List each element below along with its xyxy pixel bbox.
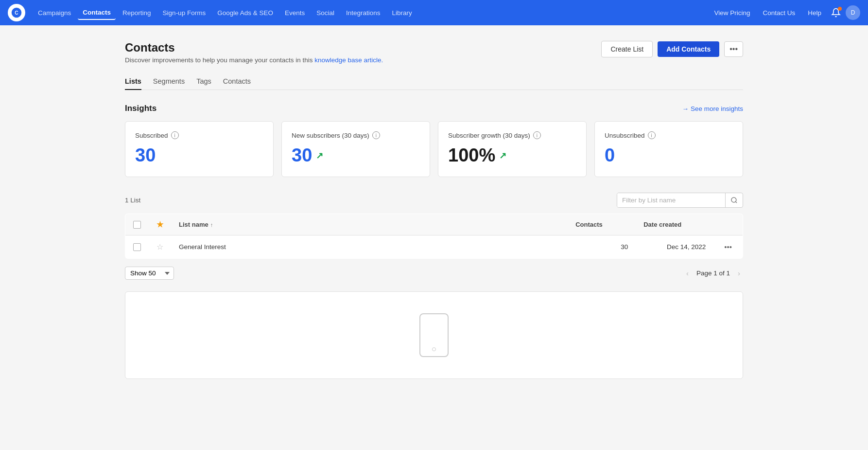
page-subtitle: Discover improvements to help you manage… <box>125 56 383 64</box>
notification-bell[interactable] <box>829 6 843 19</box>
filter-input[interactable] <box>617 193 725 207</box>
page-title-section: Contacts Discover improvements to help y… <box>125 41 383 64</box>
nav-campaigns[interactable]: Campaigns <box>33 6 76 19</box>
add-contacts-button[interactable]: Add Contacts <box>658 41 719 57</box>
nav-reporting[interactable]: Reporting <box>118 6 156 19</box>
tab-segments[interactable]: Segments <box>153 73 185 90</box>
info-icon-growth[interactable]: i <box>533 131 541 139</box>
logo[interactable]: C <box>8 4 25 21</box>
svg-point-2 <box>731 198 736 202</box>
filter-box <box>617 193 743 208</box>
nav-contact-us[interactable]: Contact Us <box>758 6 800 19</box>
info-icon-unsubscribed[interactable]: i <box>648 131 656 139</box>
page-label: Page 1 of 1 <box>696 270 730 277</box>
insights-header: Insights → See more insights <box>125 104 743 113</box>
insights-grid: Subscribed i 30 New subscribers (30 days… <box>125 121 743 177</box>
nav-social[interactable]: Social <box>312 6 339 19</box>
page-header: Contacts Discover improvements to help y… <box>125 41 743 64</box>
svg-line-3 <box>735 201 737 203</box>
arrow-right-icon: → <box>682 105 689 112</box>
header-contacts: Contacts <box>568 214 636 235</box>
nav-help[interactable]: Help <box>803 6 826 19</box>
unsubscribed-value: 0 <box>605 145 615 166</box>
growth-trend: ↗ <box>499 150 506 161</box>
nav-google-ads[interactable]: Google Ads & SEO <box>212 6 278 19</box>
new-subscribers-value: 30 <box>292 145 312 166</box>
row-checkbox-cell <box>125 235 149 259</box>
info-icon-new-subscribers[interactable]: i <box>372 131 380 139</box>
table-row: ☆ General Interest 30 Dec 14, 2022 ••• <box>125 235 743 259</box>
row-list-name[interactable]: General Interest <box>171 235 568 259</box>
phone-illustration <box>419 313 449 357</box>
subscribed-value: 30 <box>135 145 156 166</box>
header-actions: Create List Add Contacts ••• <box>601 41 743 57</box>
next-page-button[interactable]: › <box>735 267 743 279</box>
row-star-button[interactable]: ☆ <box>156 242 163 252</box>
nav-signup-forms[interactable]: Sign-up Forms <box>158 6 211 19</box>
row-contacts: 30 <box>568 235 636 259</box>
insight-card-subscribed: Subscribed i 30 <box>125 121 274 177</box>
notification-badge <box>838 7 842 11</box>
header-list-name[interactable]: List name ↑ <box>171 214 568 235</box>
row-actions-cell: ••• <box>713 235 743 259</box>
tabs: Lists Segments Tags Contacts <box>125 73 743 90</box>
header-checkbox-col <box>125 214 149 235</box>
growth-value: 100% <box>448 145 495 166</box>
navbar: C Campaigns Contacts Reporting Sign-up F… <box>0 0 868 25</box>
table-header: ★ List name ↑ Contacts Date created <box>125 214 743 235</box>
insight-card-growth: Subscriber growth (30 days) i 100% ↗ <box>438 121 587 177</box>
nav-library[interactable]: Library <box>387 6 417 19</box>
row-star-cell: ☆ <box>149 235 171 259</box>
lists-table: ★ List name ↑ Contacts Date created <box>125 214 743 259</box>
tab-tags[interactable]: Tags <box>196 73 211 90</box>
header-checkbox[interactable] <box>133 221 141 229</box>
table-body: ☆ General Interest 30 Dec 14, 2022 ••• <box>125 235 743 259</box>
sort-arrow-icon: ↑ <box>210 222 213 228</box>
page-navigation: ‹ Page 1 of 1 › <box>683 267 743 279</box>
nav-events[interactable]: Events <box>280 6 310 19</box>
info-icon-subscribed[interactable]: i <box>171 131 179 139</box>
show-select: Show 10 Show 25 Show 50 Show 100 <box>125 267 174 280</box>
insight-card-new-subscribers: New subscribers (30 days) i 30 ↗ <box>281 121 430 177</box>
tab-lists[interactable]: Lists <box>125 73 141 90</box>
knowledge-base-link[interactable]: knowledge base article. <box>314 56 383 64</box>
list-meta: 1 List <box>125 193 743 208</box>
row-more-button[interactable]: ••• <box>721 242 735 252</box>
filter-search-button[interactable] <box>725 193 743 207</box>
page-title: Contacts <box>125 41 383 54</box>
insights-title: Insights <box>125 104 156 113</box>
create-list-button[interactable]: Create List <box>601 41 653 57</box>
nav-right: View Pricing Contact Us Help D <box>709 5 860 20</box>
insight-card-unsubscribed: Unsubscribed i 0 <box>594 121 743 177</box>
pagination-row: Show 10 Show 25 Show 50 Show 100 ‹ Page … <box>125 267 743 280</box>
new-subscribers-trend: ↗ <box>316 150 323 161</box>
phone-dot <box>432 347 436 351</box>
prev-page-button[interactable]: ‹ <box>683 267 692 279</box>
empty-section <box>125 291 743 379</box>
star-header-icon: ★ <box>156 220 163 229</box>
nav-contacts[interactable]: Contacts <box>78 6 116 20</box>
row-checkbox[interactable] <box>133 243 141 251</box>
svg-text:C: C <box>15 10 18 16</box>
more-options-button[interactable]: ••• <box>724 41 743 57</box>
row-date-created: Dec 14, 2022 <box>636 235 713 259</box>
header-actions-col <box>713 214 743 235</box>
user-avatar[interactable]: D <box>846 5 860 20</box>
header-date-created: Date created <box>636 214 713 235</box>
tab-contacts[interactable]: Contacts <box>223 73 251 90</box>
header-star-col: ★ <box>149 214 171 235</box>
show-per-page-select[interactable]: Show 10 Show 25 Show 50 Show 100 <box>125 267 174 280</box>
nav-integrations[interactable]: Integrations <box>341 6 385 19</box>
list-count: 1 List <box>125 197 140 204</box>
main-content: Contacts Discover improvements to help y… <box>113 25 755 395</box>
nav-view-pricing[interactable]: View Pricing <box>709 6 755 19</box>
see-more-insights-link[interactable]: → See more insights <box>682 105 743 112</box>
